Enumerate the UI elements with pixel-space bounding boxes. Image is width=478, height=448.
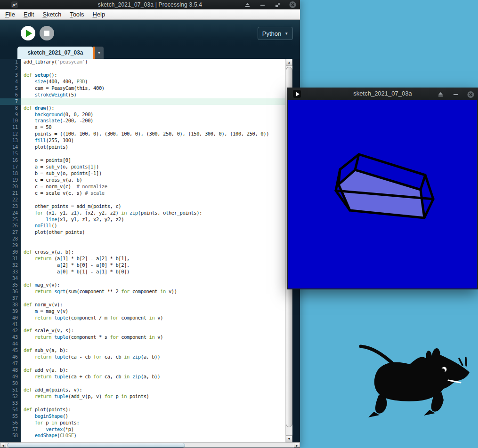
code-line[interactable]: def draw(): bbox=[24, 105, 292, 112]
code-line[interactable]: noFill() bbox=[24, 223, 292, 229]
code-line[interactable]: translate(-200, -200) bbox=[24, 118, 292, 124]
horizontal-scrollbar-thumb[interactable] bbox=[7, 443, 185, 448]
code-line[interactable]: o = points[0] bbox=[24, 157, 292, 164]
code-line[interactable]: a[0] * b[1] - a[1] * b[0]) bbox=[24, 269, 292, 275]
code-line[interactable]: cam = PeasyCam(this, 400) bbox=[24, 85, 292, 92]
code-line[interactable]: background(0, 0, 200) bbox=[24, 112, 292, 118]
code-line[interactable]: def plot(points): bbox=[24, 407, 292, 413]
code-line[interactable] bbox=[24, 65, 292, 72]
code-line[interactable]: def setup(): bbox=[24, 72, 292, 79]
code-line[interactable]: for (x1, y1, z1), (x2, y2, z2) in zip(po… bbox=[24, 210, 292, 216]
code-line[interactable]: return tuple(component * s for component… bbox=[24, 334, 292, 341]
code-line[interactable]: return tuple(add_v(p, v) for p in points… bbox=[24, 393, 292, 400]
code-line[interactable]: plot(other_points) bbox=[24, 229, 292, 236]
code-line[interactable]: plot(points) bbox=[24, 144, 292, 151]
code-line[interactable]: def add_m(points, v): bbox=[24, 387, 292, 393]
code-line[interactable]: def add_v(a, b): bbox=[24, 367, 292, 374]
minimize-icon[interactable] bbox=[452, 91, 459, 98]
code-line[interactable] bbox=[24, 242, 292, 249]
menu-help[interactable]: Help bbox=[88, 10, 109, 19]
run-button[interactable] bbox=[21, 26, 35, 40]
code-line[interactable] bbox=[24, 275, 292, 282]
code-line[interactable]: def scale_v(v, s): bbox=[24, 328, 292, 334]
eject-icon[interactable] bbox=[437, 91, 444, 98]
tab-menu-button[interactable]: ▼ bbox=[95, 47, 104, 59]
tab-sketch[interactable]: sketch_2021_07_03a bbox=[17, 47, 93, 59]
sketch-canvas[interactable] bbox=[288, 100, 477, 288]
ide-titlebar[interactable]: p³ sketch_2021_07_03a | Processing 3.5.4 bbox=[0, 0, 300, 9]
scroll-up-arrow-icon[interactable]: ▲ bbox=[286, 59, 292, 66]
menu-sketch[interactable]: Sketch bbox=[38, 10, 65, 19]
code-line[interactable]: b = sub_v(o, points[-1]) bbox=[24, 170, 292, 177]
tab-bar: sketch_2021_07_03a ▼ bbox=[0, 46, 300, 59]
code-line[interactable]: size(400, 400, P3D) bbox=[24, 79, 292, 85]
close-icon[interactable] bbox=[289, 1, 296, 8]
code-editor[interactable]: 1234567891011121314151617181920212223242… bbox=[0, 59, 292, 442]
code-line[interactable] bbox=[24, 400, 292, 407]
code-line[interactable]: s = 50 bbox=[24, 124, 292, 131]
mode-selector-button[interactable]: Python ▼ bbox=[258, 27, 293, 40]
line-number: 41 bbox=[0, 321, 21, 328]
code-line[interactable] bbox=[24, 151, 292, 157]
menu-tools[interactable]: Tools bbox=[65, 10, 88, 19]
code-line[interactable]: points = ((100, 100, 0), (300, 100, 0), … bbox=[24, 131, 292, 137]
stop-button[interactable] bbox=[40, 26, 54, 40]
line-number: 44 bbox=[0, 341, 21, 347]
code-line[interactable] bbox=[21, 98, 292, 105]
code-line[interactable]: beginShape() bbox=[24, 413, 292, 420]
code-line[interactable]: def cross_v(a, b): bbox=[24, 249, 292, 256]
line-number-gutter: 1234567891011121314151617181920212223242… bbox=[0, 59, 21, 442]
close-icon[interactable] bbox=[467, 91, 474, 98]
line-number: 27 bbox=[0, 229, 21, 236]
code-line[interactable]: endShape(CLOSE) bbox=[24, 432, 292, 439]
code-line[interactable]: strokeWeight(5) bbox=[24, 92, 292, 98]
code-line[interactable]: a[2] * b[0] - a[0] * b[2], bbox=[24, 262, 292, 269]
code-line[interactable]: fill(255, 100) bbox=[24, 137, 292, 144]
code-line[interactable]: add_library('peasycam') bbox=[24, 59, 292, 65]
horizontal-scrollbar[interactable]: ◀ ▶ bbox=[0, 442, 300, 448]
chevron-down-icon: ▼ bbox=[284, 32, 288, 36]
code-line[interactable] bbox=[24, 341, 292, 347]
line-number: 19 bbox=[0, 177, 21, 184]
line-number: 2 bbox=[0, 65, 21, 72]
code-line[interactable] bbox=[24, 380, 292, 387]
code-line[interactable] bbox=[24, 236, 292, 242]
line-number: 51 bbox=[0, 387, 21, 393]
scroll-down-arrow-icon[interactable]: ▼ bbox=[286, 435, 292, 442]
code-line[interactable]: line(x1, y1, z1, x2, y2, z2) bbox=[24, 216, 292, 223]
code-line[interactable]: c = norm_v(c) # normalize bbox=[24, 184, 292, 190]
code-line[interactable]: return tuple(ca + cb for ca, cb in zip(a… bbox=[24, 374, 292, 380]
code-line[interactable] bbox=[24, 360, 292, 367]
code-line[interactable]: return tuple(component / m for component… bbox=[24, 315, 292, 321]
code-pane[interactable]: add_library('peasycam')def setup(): size… bbox=[21, 59, 292, 442]
code-line[interactable] bbox=[24, 197, 292, 203]
code-line[interactable]: c = cross_v(a, b) bbox=[24, 177, 292, 184]
code-line[interactable]: vertex(*p) bbox=[24, 426, 292, 433]
code-line[interactable]: m = mag_v(v) bbox=[24, 308, 292, 315]
code-line[interactable] bbox=[24, 321, 292, 328]
code-line[interactable]: return sqrt(sum(component ** 2 for compo… bbox=[24, 288, 292, 295]
line-number: 6 bbox=[0, 92, 21, 98]
code-line[interactable] bbox=[24, 295, 292, 302]
code-line[interactable]: a = sub_v(o, points[1]) bbox=[24, 164, 292, 170]
code-line[interactable]: for p in points: bbox=[24, 420, 292, 426]
scroll-left-arrow-icon[interactable]: ◀ bbox=[0, 443, 6, 448]
eject-icon[interactable] bbox=[244, 1, 251, 8]
line-number: 29 bbox=[0, 242, 21, 249]
code-line[interactable]: def mag_v(v): bbox=[24, 282, 292, 288]
scroll-right-arrow-icon[interactable]: ▶ bbox=[294, 443, 300, 448]
code-line[interactable]: c = scale_v(c, s) # scale bbox=[24, 190, 292, 197]
minimize-icon[interactable] bbox=[259, 1, 266, 8]
line-number: 57 bbox=[0, 426, 21, 433]
menu-edit[interactable]: Edit bbox=[19, 10, 38, 19]
line-number: 10 bbox=[0, 118, 21, 124]
code-line[interactable]: return tuple(ca - cb for ca, cb in zip(a… bbox=[24, 354, 292, 360]
menu-file[interactable]: File bbox=[1, 10, 19, 19]
code-line[interactable]: other_points = add_m(points, c) bbox=[24, 203, 292, 210]
code-line[interactable]: return (a[1] * b[2] - a[2] * b[1], bbox=[24, 256, 292, 262]
sketch-titlebar[interactable]: sketch_2021_07_03a bbox=[287, 88, 478, 100]
line-number: 24 bbox=[0, 210, 21, 216]
code-line[interactable]: def sub_v(a, b): bbox=[24, 347, 292, 354]
restore-icon[interactable] bbox=[274, 1, 281, 8]
code-line[interactable]: def norm_v(v): bbox=[24, 302, 292, 308]
